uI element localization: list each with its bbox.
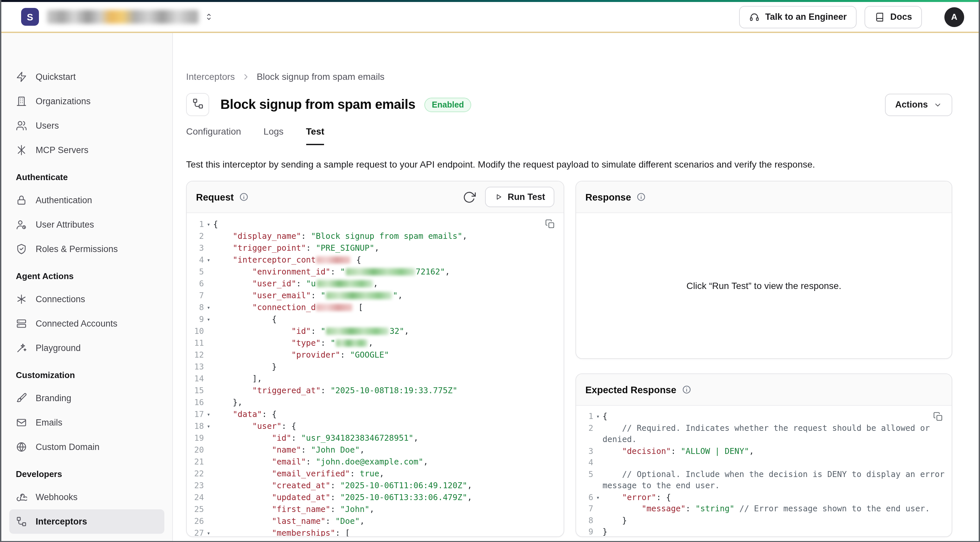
sidebar-item-branding[interactable]: Branding	[9, 386, 164, 410]
sidebar-section-agent-actions: Agent Actions	[9, 265, 164, 287]
info-icon[interactable]	[239, 192, 249, 202]
fold-caret-icon[interactable]: ▾	[593, 492, 603, 504]
line-number: 21	[189, 456, 204, 468]
sidebar-item-auth-logs[interactable]: Auth Logs	[9, 534, 164, 541]
breadcrumb-current: Block signup from spam emails	[257, 71, 385, 82]
code-line: 8 }	[579, 515, 947, 526]
interceptor-icon-box	[186, 93, 209, 116]
fold-caret-icon[interactable]: ▾	[204, 420, 213, 432]
docs-button[interactable]: Docs	[864, 6, 922, 28]
sidebar-item-webhooks[interactable]: Webhooks	[9, 485, 164, 509]
line-number: 9	[189, 313, 204, 325]
code-line: 13 }	[189, 361, 558, 373]
sidebar-item-users[interactable]: Users	[9, 113, 164, 138]
copy-icon	[545, 219, 555, 231]
tab-configuration[interactable]: Configuration	[186, 126, 241, 145]
sidebar-item-emails[interactable]: Emails	[9, 410, 164, 435]
line-number: 7	[579, 504, 593, 515]
sidebar-item-custom-domain[interactable]: Custom Domain	[9, 435, 164, 459]
sidebar-item-playground[interactable]: Playground	[9, 336, 164, 360]
redacted-text	[317, 256, 351, 264]
code-line: 15 "triggered_at": "2025-10-08T18:19:33.…	[189, 385, 558, 397]
sidebar-item-connected-accounts[interactable]: Connected Accounts	[9, 312, 164, 336]
shield-check-icon	[16, 243, 27, 255]
fold-caret-icon[interactable]: ▾	[204, 254, 213, 266]
fold-caret-icon[interactable]: ▾	[204, 527, 213, 536]
code-line: 21 "email": "john.doe@example.com",	[189, 456, 558, 468]
book-icon	[874, 11, 885, 22]
sidebar-item-connections[interactable]: Connections	[9, 287, 164, 312]
code-line: 4▾ "interceptor_cont {	[189, 254, 558, 266]
code-line: 18▾ "user": {	[189, 420, 558, 432]
code-line: 26 "last_name": "Doe",	[189, 515, 558, 527]
app-bar: S Talk to an Engineer Docs A	[1, 2, 979, 33]
code-line: 9▾ {	[189, 313, 558, 325]
sidebar-item-organizations[interactable]: Organizations	[9, 89, 164, 113]
copy-request-button[interactable]	[542, 217, 558, 233]
webhook-icon	[16, 491, 27, 503]
mcp-icon	[16, 145, 27, 156]
copy-expected-button[interactable]	[930, 410, 946, 426]
sidebar-item-quickstart[interactable]: Quickstart	[9, 65, 164, 89]
talk-to-engineer-button[interactable]: Talk to an Engineer	[740, 6, 857, 28]
code-line: 22 "email_verified": true,	[189, 468, 558, 480]
actions-button[interactable]: Actions	[885, 93, 952, 116]
info-icon[interactable]	[636, 192, 646, 202]
fold-caret-icon[interactable]: ▾	[204, 218, 213, 230]
fold-caret-icon[interactable]: ▾	[204, 313, 213, 325]
request-editor[interactable]: 1▾{2 "display_name": "Block signup from …	[187, 213, 563, 536]
org-switcher-icon[interactable]	[204, 12, 214, 22]
sidebar-item-label: Connections	[36, 294, 85, 304]
sidebar-item-interceptors[interactable]: Interceptors	[9, 509, 164, 534]
brush-icon	[16, 393, 27, 404]
code-line: 14 ],	[189, 373, 558, 385]
sidebar-section-customization: Customization	[9, 364, 164, 386]
sidebar-item-roles-permissions[interactable]: Roles & Permissions	[9, 237, 164, 261]
sidebar-item-mcp-servers[interactable]: MCP Servers	[9, 138, 164, 162]
reset-request-button[interactable]	[463, 190, 476, 203]
fold-caret-icon[interactable]: ▾	[593, 411, 603, 423]
line-number: 14	[189, 373, 204, 385]
info-icon[interactable]	[682, 385, 692, 394]
run-test-button[interactable]: Run Test	[485, 187, 555, 207]
code-line: 23 "created_at": "2025-10-06T11:06:49.12…	[189, 480, 558, 491]
page-title: Block signup from spam emails	[220, 97, 415, 112]
breadcrumb-parent[interactable]: Interceptors	[186, 71, 235, 82]
org-name-redacted[interactable]	[47, 10, 199, 24]
tab-test[interactable]: Test	[306, 126, 325, 145]
code-line: 5 // Optional. Include when the decision…	[579, 469, 947, 492]
wand-icon	[16, 342, 27, 354]
sidebar: QuickstartOrganizationsUsersMCP ServersA…	[1, 33, 173, 541]
code-line: 1▾{	[189, 218, 558, 230]
line-number: 5	[189, 266, 204, 278]
test-description: Test this interceptor by sending a sampl…	[186, 159, 952, 170]
sidebar-item-authentication[interactable]: Authentication	[9, 188, 164, 213]
code-line: 8▾ "connection_d [	[189, 302, 558, 313]
globe-icon	[16, 441, 27, 453]
status-badge: Enabled	[425, 97, 471, 112]
tab-logs[interactable]: Logs	[264, 126, 284, 145]
line-number: 6	[189, 278, 204, 290]
code-line: 16 },	[189, 397, 558, 408]
request-json: 1▾{2 "display_name": "Block signup from …	[189, 218, 558, 536]
sidebar-item-user-attributes[interactable]: User Attributes	[9, 213, 164, 237]
code-line: 4	[579, 457, 947, 469]
sidebar-section-authenticate: Authenticate	[9, 165, 164, 188]
lock-icon	[16, 195, 27, 206]
sidebar-item-label: Authentication	[36, 195, 92, 205]
fold-caret-icon[interactable]: ▾	[204, 302, 213, 313]
code-line: 25 "first_name": "John",	[189, 504, 558, 515]
line-number: 19	[189, 432, 204, 444]
response-placeholder: Click “Run Test” to view the response.	[576, 213, 951, 358]
interceptor-icon	[16, 516, 27, 527]
line-number: 3	[189, 242, 204, 254]
redacted-text	[336, 339, 368, 347]
line-number: 15	[189, 385, 204, 397]
sidebar-item-label: Users	[36, 121, 59, 130]
copy-icon	[933, 412, 943, 424]
user-avatar[interactable]: A	[944, 7, 964, 27]
fold-caret-icon[interactable]: ▾	[204, 408, 213, 420]
line-number: 1	[579, 411, 593, 423]
line-number: 20	[189, 444, 204, 456]
line-number: 11	[189, 337, 204, 349]
